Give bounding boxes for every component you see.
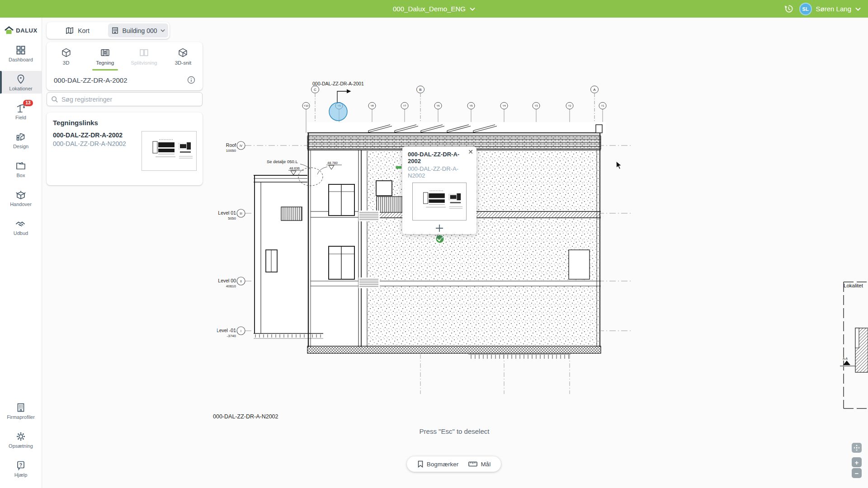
view-switch-card: Kort Building 000 xyxy=(47,22,170,39)
chevron-down-icon xyxy=(470,7,475,11)
map-view-button[interactable]: Kort xyxy=(47,22,108,39)
svg-text:Y1: Y1 xyxy=(601,104,604,107)
history-icon[interactable] xyxy=(783,4,794,14)
concrete-walls xyxy=(359,133,601,347)
ruler-icon xyxy=(468,461,477,467)
section-drawing: IV Roof 10050 III Level 01 5050 II Level… xyxy=(217,78,633,428)
svg-text:Y8: Y8 xyxy=(370,104,373,107)
help-icon: ? xyxy=(15,460,26,471)
sidebar-item-design[interactable]: Design xyxy=(0,129,42,151)
popup-drawing-thumbnail[interactable] xyxy=(412,183,467,221)
field-badge: 13 xyxy=(23,100,33,106)
svg-text:Y5: Y5 xyxy=(469,104,472,107)
selected-link-marker[interactable] xyxy=(329,103,347,121)
search-input[interactable] xyxy=(61,96,198,103)
info-icon[interactable] xyxy=(187,76,195,84)
link-item-title: 000-DAL-ZZ-DR-A-2002 xyxy=(53,131,126,140)
plus-icon xyxy=(435,224,444,233)
chevron-down-icon xyxy=(160,29,165,32)
svg-text:-3740: -3740 xyxy=(227,334,236,338)
sidebar-item-hjaelp[interactable]: ? Hjælp xyxy=(0,457,42,480)
tab-3d-snit[interactable]: 3D-snit xyxy=(164,46,203,70)
svg-text:Level 01: Level 01 xyxy=(218,210,236,216)
svg-text:Y2: Y2 xyxy=(568,104,571,107)
popup-subtitle: 000-DAL-ZZ-DR-A-N2002 xyxy=(408,165,471,179)
bookmark-icon xyxy=(417,460,424,468)
svg-text:Y10: Y10 xyxy=(304,104,308,107)
sidebar-item-field[interactable]: 13 Field xyxy=(0,100,42,122)
svg-text:48.780: 48.780 xyxy=(327,161,338,165)
search-field[interactable] xyxy=(47,92,203,106)
pan-button[interactable] xyxy=(852,443,862,453)
bottom-toolbar: Bogmærker Mål xyxy=(407,456,501,472)
lokalitet-label: Lokalitet xyxy=(844,283,866,289)
sidebar-item-udbud[interactable]: Udbud xyxy=(0,216,42,238)
search-icon xyxy=(51,96,58,103)
sidebar-item-box[interactable]: Box xyxy=(0,158,42,180)
svg-text:40610: 40610 xyxy=(226,284,236,288)
foundation xyxy=(307,346,601,394)
design-cube-icon xyxy=(15,131,26,142)
sheet-corner-lokalitet: A-A xyxy=(839,279,868,411)
link-item-subtitle: 000-DAL-ZZ-DR-A-N2002 xyxy=(53,140,126,148)
user-name: Søren Lang xyxy=(816,5,851,13)
new-label[interactable]: Ny xyxy=(408,234,471,239)
building-selector[interactable]: Building 000 xyxy=(108,23,168,38)
cube-section-icon xyxy=(178,47,188,58)
sidebar-item-firmaprofiler[interactable]: Firmaprofiler xyxy=(0,399,42,422)
svg-text:Level -01: Level -01 xyxy=(217,328,236,333)
zoom-out-button[interactable]: − xyxy=(852,468,862,478)
sidebar-item-opsaetning[interactable]: Opsætning xyxy=(0,428,42,451)
tab-tegning[interactable]: Tegning xyxy=(85,46,124,70)
project-selector[interactable]: 000_Dalux_Demo_ENG xyxy=(393,5,475,13)
svg-text:II: II xyxy=(240,280,242,283)
svg-text:I: I xyxy=(241,329,241,333)
drawing-link-item[interactable]: 000-DAL-ZZ-DR-A-2002 000-DAL-ZZ-DR-A-N20… xyxy=(47,131,203,171)
folder-icon xyxy=(15,160,26,171)
drawing-links-card: Tegningslinks 000-DAL-ZZ-DR-A-2002 000-D… xyxy=(47,113,203,185)
gear-icon xyxy=(15,431,26,442)
sidebar-item-lokationer[interactable]: Lokationer xyxy=(0,71,42,94)
svg-text:Y6: Y6 xyxy=(436,104,439,107)
dalux-house-icon xyxy=(4,26,14,35)
svg-text:5050: 5050 xyxy=(228,216,236,221)
svg-text:IV: IV xyxy=(240,144,243,147)
map-view-label: Kort xyxy=(78,27,90,34)
view-tabs-card: 3D Tegning Splitvisning 3D-snit 000-DAL-… xyxy=(47,42,203,90)
svg-text:000-DAL-ZZ-DR-A-2001: 000-DAL-ZZ-DR-A-2001 xyxy=(312,81,364,86)
svg-text:A: A xyxy=(593,88,596,92)
sheet-label: 000-DAL-ZZ-DR-A-N2002 xyxy=(213,413,278,420)
drawing-thumbnail[interactable] xyxy=(142,131,197,171)
svg-text:?: ? xyxy=(19,462,22,467)
bookmarks-button[interactable]: Bogmærker xyxy=(417,460,459,468)
crane-icon: 13 xyxy=(15,103,26,113)
links-title: Tegningslinks xyxy=(53,119,203,127)
sidebar-item-handover[interactable]: Handover xyxy=(0,187,42,209)
svg-text:Se detalje 050.L: Se detalje 050.L xyxy=(267,159,298,164)
close-icon[interactable]: ✕ xyxy=(468,148,473,155)
drawing-icon xyxy=(100,47,110,58)
tab-3d[interactable]: 3D xyxy=(47,46,85,70)
map-icon xyxy=(65,26,74,35)
svg-text:48.636: 48.636 xyxy=(289,166,300,170)
measure-button[interactable]: Mål xyxy=(468,461,491,468)
drawing-code: 000-DAL-ZZ-DR-A-2002 xyxy=(54,76,127,84)
svg-text:Y3: Y3 xyxy=(534,104,538,107)
user-menu[interactable]: SL Søren Lang xyxy=(799,3,861,15)
svg-text:C: C xyxy=(314,88,316,92)
zoom-in-button[interactable]: + xyxy=(852,457,862,467)
drawing-link-flag[interactable]: 000-DAL-ZZ-DR-A-2001 xyxy=(312,81,364,103)
add-new-button[interactable] xyxy=(408,224,471,233)
company-building-icon xyxy=(15,402,26,413)
svg-text:Roof: Roof xyxy=(226,142,236,148)
building-selector-label: Building 000 xyxy=(122,27,157,34)
project-title: 000_Dalux_Demo_ENG xyxy=(393,5,466,13)
open-box-icon xyxy=(15,189,26,200)
pan-icon xyxy=(853,444,861,452)
building-icon xyxy=(111,27,119,34)
sidebar-item-dashboard[interactable]: Dashboard xyxy=(0,42,42,65)
level-labels: IV Roof 10050 III Level 01 5050 II Level… xyxy=(217,141,245,338)
svg-text:Level 00: Level 00 xyxy=(218,278,236,283)
esc-hint: Press "Esc" to deselect xyxy=(362,427,547,435)
topbar: 000_Dalux_Demo_ENG SL Søren Lang xyxy=(0,0,868,18)
